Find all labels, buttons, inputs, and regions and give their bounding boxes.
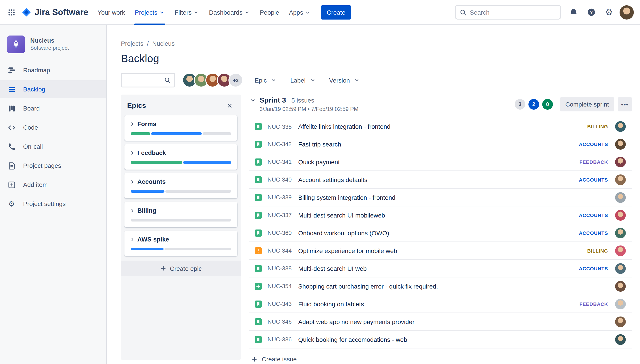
filter-dropdown-version[interactable]: Version: [326, 74, 364, 86]
nav-item-filters[interactable]: Filters: [170, 0, 204, 25]
close-epics-button[interactable]: [225, 100, 235, 111]
assignee-avatar[interactable]: [615, 192, 626, 203]
help-button[interactable]: ?: [584, 5, 598, 19]
progress-todo: [165, 190, 231, 193]
rocket-icon: [10, 38, 22, 50]
assignee-avatar[interactable]: [615, 228, 626, 238]
story-icon: [255, 176, 262, 183]
sprint-more-button[interactable]: •••: [618, 97, 632, 112]
assignee-avatar[interactable]: [615, 281, 626, 292]
create-issue-button[interactable]: Create issue: [249, 353, 299, 364]
progress-in-progress: [151, 132, 201, 135]
user-avatar[interactable]: [619, 5, 634, 19]
epic-progress-bar: [131, 248, 231, 250]
assignee-avatar[interactable]: [615, 210, 626, 220]
global-search-input[interactable]: [470, 9, 556, 16]
filter-dropdowns: EpicLabelVersion: [251, 74, 364, 86]
sidebar-item-project-settings[interactable]: ⚙Project settings: [0, 195, 106, 213]
issue-summary: Fast trip search: [298, 140, 574, 148]
issue-summary: Affelite links integration - frontend: [298, 123, 583, 130]
issue-key: NUC-339: [268, 194, 294, 201]
app-switcher-button[interactable]: [5, 5, 19, 19]
avatar-overflow[interactable]: +3: [229, 73, 243, 88]
assignee-avatar[interactable]: [615, 139, 626, 149]
sidebar-item-add-item[interactable]: Add item: [0, 176, 106, 194]
sidebar-item-label: Roadmap: [23, 66, 50, 74]
issue-row-NUC-335[interactable]: NUC-335Affelite links integration - fron…: [249, 118, 632, 136]
assignee-avatar[interactable]: [615, 156, 626, 167]
filter-dropdown-epic[interactable]: Epic: [251, 74, 280, 86]
create-button[interactable]: Create: [321, 5, 351, 19]
epic-card-list: FormsFeedbackAccountsBillingAWS spike: [121, 116, 241, 260]
epic-card-aws-spike[interactable]: AWS spike: [124, 231, 237, 256]
issue-row-NUC-336[interactable]: NUC-336Quick booking for accomodations -…: [249, 331, 632, 348]
assignee-avatar[interactable]: [615, 316, 626, 327]
jira-logo[interactable]: Jira Software: [19, 7, 93, 17]
issue-row-NUC-338[interactable]: NUC-338Multi-dest search UI webACCOUNTS: [249, 260, 632, 278]
sprint-issue-list: NUC-335Affelite links integration - fron…: [249, 118, 632, 348]
epic-name: Forms: [137, 120, 156, 128]
filter-dropdown-label[interactable]: Label: [287, 74, 319, 86]
nav-item-projects[interactable]: Projects: [130, 0, 170, 25]
issue-summary: Multi-dest search UI web: [298, 265, 574, 272]
assignee-avatar[interactable]: [615, 334, 626, 345]
nav-item-dashboards[interactable]: Dashboards: [204, 0, 255, 25]
sidebar-item-project-pages[interactable]: Project pages: [0, 157, 106, 174]
issue-row-NUC-341[interactable]: NUC-341Quick paymentFEEDBACK: [249, 153, 632, 171]
epic-card-billing[interactable]: Billing: [124, 202, 237, 227]
complete-sprint-button[interactable]: Complete sprint: [560, 97, 614, 112]
epic-progress-bar: [131, 190, 231, 193]
epic-name: Accounts: [137, 178, 166, 185]
issue-row-NUC-346[interactable]: NUC-346Adapt web app no new payments pro…: [249, 313, 632, 331]
chevron-down-icon: [244, 9, 250, 15]
assignee-avatar[interactable]: [615, 121, 626, 132]
help-icon: ?: [587, 8, 595, 16]
epic-card-forms[interactable]: Forms: [124, 116, 237, 141]
create-epic-button[interactable]: Create epic: [121, 260, 241, 276]
settings-button[interactable]: ⚙: [602, 5, 616, 19]
project-title-block: Nucleus Software project: [30, 37, 69, 52]
issue-summary: Fluid booking on tablets: [298, 300, 575, 308]
breadcrumb-nucleus[interactable]: Nucleus: [152, 40, 175, 47]
chevron-down-icon: [159, 9, 165, 15]
issue-row-NUC-337[interactable]: NUC-337Multi-dest search UI mobilewebACC…: [249, 206, 632, 224]
issue-row-NUC-344[interactable]: NUC-344Optimize experience for mobile we…: [249, 242, 632, 260]
nav-item-your-work[interactable]: Your work: [93, 0, 130, 25]
notifications-button[interactable]: [566, 5, 580, 19]
project-name: Nucleus: [30, 37, 69, 45]
sidebar-item-board[interactable]: Board: [0, 100, 106, 117]
sidebar-item-backlog[interactable]: Backlog: [0, 80, 106, 98]
chevron-down-icon: [249, 97, 257, 104]
issue-row-NUC-342[interactable]: NUC-342Fast trip searchACCOUNTS: [249, 136, 632, 153]
backlog-search-input[interactable]: [125, 76, 162, 84]
chevron-right-icon: [129, 149, 136, 156]
sidebar: Nucleus Software project RoadmapBacklogB…: [0, 25, 107, 364]
issue-label: ACCOUNTS: [579, 212, 608, 218]
assignee-avatar[interactable]: [615, 245, 626, 256]
assignee-avatar[interactable]: [615, 263, 626, 274]
issue-row-NUC-343[interactable]: NUC-343Fluid booking on tabletsFEEDBACK: [249, 295, 632, 313]
sprint-collapse-button[interactable]: [249, 96, 257, 104]
issue-row-NUC-340[interactable]: NUC-340Account settings defaultsACCOUNTS: [249, 171, 632, 189]
breadcrumb-projects[interactable]: Projects: [121, 40, 143, 47]
assignee-avatar[interactable]: [615, 174, 626, 185]
epic-card-feedback[interactable]: Feedback: [124, 144, 237, 170]
chevron-right-icon: [129, 178, 136, 185]
gear-icon: ⚙: [605, 8, 613, 16]
assignee-avatar[interactable]: [615, 298, 626, 309]
nav-item-people[interactable]: People: [255, 0, 284, 25]
sidebar-item-on-call[interactable]: On-call: [0, 138, 106, 155]
nav-item-apps[interactable]: Apps: [284, 0, 316, 25]
sidebar-navigation: RoadmapBacklogBoardCodeOn-callProject pa…: [0, 61, 106, 213]
issue-row-NUC-354[interactable]: NUC-354Shopping cart purchasing error - …: [249, 278, 632, 295]
sidebar-item-code[interactable]: Code: [0, 118, 106, 136]
svg-text:?: ?: [590, 10, 592, 15]
issue-row-NUC-339[interactable]: NUC-339Billing system integration - fron…: [249, 189, 632, 206]
sidebar-item-label: Add item: [23, 181, 48, 188]
chevron-down-icon: [193, 9, 199, 15]
issue-row-NUC-360[interactable]: NUC-360Onboard workout options (OWO)ACCO…: [249, 224, 632, 242]
issue-key: NUC-337: [268, 212, 294, 218]
epic-card-accounts[interactable]: Accounts: [124, 173, 237, 198]
epics-panel-header: Epics: [121, 94, 241, 116]
sidebar-item-roadmap[interactable]: Roadmap: [0, 61, 106, 79]
